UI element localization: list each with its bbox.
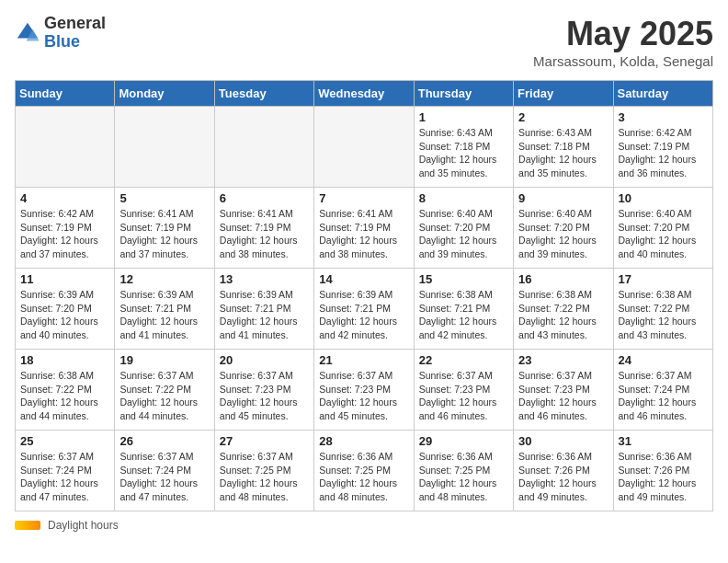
day-number: 12 <box>119 272 209 286</box>
calendar-cell: 1Sunrise: 6:43 AM Sunset: 7:18 PM Daylig… <box>414 107 513 188</box>
calendar-cell: 29Sunrise: 6:36 AM Sunset: 7:25 PM Dayli… <box>414 431 513 511</box>
calendar-week-1: 1Sunrise: 6:43 AM Sunset: 7:18 PM Daylig… <box>16 107 713 188</box>
calendar-week-2: 4Sunrise: 6:42 AM Sunset: 7:19 PM Daylig… <box>16 188 713 269</box>
day-info: Sunrise: 6:40 AM Sunset: 7:20 PM Dayligh… <box>619 207 708 261</box>
day-info: Sunrise: 6:37 AM Sunset: 7:23 PM Dayligh… <box>220 369 309 423</box>
day-info: Sunrise: 6:40 AM Sunset: 7:20 PM Dayligh… <box>518 207 608 261</box>
calendar-week-4: 18Sunrise: 6:38 AM Sunset: 7:22 PM Dayli… <box>16 350 713 431</box>
day-number: 14 <box>319 272 408 286</box>
calendar-cell: 8Sunrise: 6:40 AM Sunset: 7:20 PM Daylig… <box>414 188 513 269</box>
calendar-cell: 11Sunrise: 6:39 AM Sunset: 7:20 PM Dayli… <box>16 269 115 350</box>
calendar-cell: 10Sunrise: 6:40 AM Sunset: 7:20 PM Dayli… <box>613 188 712 269</box>
header-sunday: Sunday <box>16 81 115 107</box>
calendar-cell: 19Sunrise: 6:37 AM Sunset: 7:22 PM Dayli… <box>115 350 214 431</box>
calendar-cell: 6Sunrise: 6:41 AM Sunset: 7:19 PM Daylig… <box>214 188 313 269</box>
day-info: Sunrise: 6:40 AM Sunset: 7:20 PM Dayligh… <box>419 207 508 261</box>
day-number: 20 <box>220 353 309 367</box>
calendar-cell: 14Sunrise: 6:39 AM Sunset: 7:21 PM Dayli… <box>314 269 414 350</box>
day-number: 29 <box>419 434 508 448</box>
day-info: Sunrise: 6:39 AM Sunset: 7:21 PM Dayligh… <box>319 288 408 342</box>
day-number: 15 <box>419 272 508 286</box>
calendar-cell: 26Sunrise: 6:37 AM Sunset: 7:24 PM Dayli… <box>115 431 214 511</box>
day-number: 1 <box>419 110 508 124</box>
day-number: 17 <box>619 272 708 286</box>
calendar-cell: 3Sunrise: 6:42 AM Sunset: 7:19 PM Daylig… <box>613 107 712 188</box>
day-number: 21 <box>319 353 408 367</box>
logo-text: General Blue <box>44 15 106 52</box>
calendar-cell: 30Sunrise: 6:36 AM Sunset: 7:26 PM Dayli… <box>514 431 613 511</box>
calendar-cell: 12Sunrise: 6:39 AM Sunset: 7:21 PM Dayli… <box>115 269 214 350</box>
day-info: Sunrise: 6:37 AM Sunset: 7:23 PM Dayligh… <box>419 369 508 423</box>
day-info: Sunrise: 6:41 AM Sunset: 7:19 PM Dayligh… <box>220 207 309 261</box>
calendar-cell: 16Sunrise: 6:38 AM Sunset: 7:22 PM Dayli… <box>514 269 613 350</box>
day-number: 5 <box>119 191 209 205</box>
calendar-cell: 21Sunrise: 6:37 AM Sunset: 7:23 PM Dayli… <box>314 350 414 431</box>
calendar-cell: 20Sunrise: 6:37 AM Sunset: 7:23 PM Dayli… <box>214 350 313 431</box>
logo-icon <box>15 20 40 46</box>
header-tuesday: Tuesday <box>214 81 313 107</box>
calendar-cell <box>115 107 214 188</box>
day-number: 18 <box>20 353 109 367</box>
month-title: May 2025 <box>533 15 713 53</box>
calendar-cell: 17Sunrise: 6:38 AM Sunset: 7:22 PM Dayli… <box>613 269 712 350</box>
calendar-cell <box>314 107 414 188</box>
calendar-cell: 2Sunrise: 6:43 AM Sunset: 7:18 PM Daylig… <box>514 107 613 188</box>
day-info: Sunrise: 6:36 AM Sunset: 7:26 PM Dayligh… <box>619 450 708 504</box>
day-info: Sunrise: 6:37 AM Sunset: 7:23 PM Dayligh… <box>518 369 608 423</box>
day-number: 4 <box>20 191 109 205</box>
day-info: Sunrise: 6:39 AM Sunset: 7:21 PM Dayligh… <box>119 288 209 342</box>
day-number: 22 <box>419 353 508 367</box>
header: General Blue May 2025 Marsassoum, Kolda,… <box>15 15 713 69</box>
day-number: 3 <box>619 110 708 124</box>
day-number: 10 <box>619 191 708 205</box>
day-number: 24 <box>619 353 708 367</box>
day-number: 27 <box>220 434 309 448</box>
daylight-bar-icon <box>15 521 40 530</box>
calendar-cell: 15Sunrise: 6:38 AM Sunset: 7:21 PM Dayli… <box>414 269 513 350</box>
calendar-cell: 23Sunrise: 6:37 AM Sunset: 7:23 PM Dayli… <box>514 350 613 431</box>
calendar-cell: 27Sunrise: 6:37 AM Sunset: 7:25 PM Dayli… <box>214 431 313 511</box>
day-number: 2 <box>518 110 608 124</box>
day-number: 16 <box>518 272 608 286</box>
day-info: Sunrise: 6:38 AM Sunset: 7:22 PM Dayligh… <box>20 369 109 423</box>
daylight-label: Daylight hours <box>48 519 119 532</box>
calendar-cell: 31Sunrise: 6:36 AM Sunset: 7:26 PM Dayli… <box>613 431 712 511</box>
calendar-cell: 4Sunrise: 6:42 AM Sunset: 7:19 PM Daylig… <box>16 188 115 269</box>
title-area: May 2025 Marsassoum, Kolda, Senegal <box>533 15 713 69</box>
header-wednesday: Wednesday <box>314 81 414 107</box>
logo-general-text: General <box>44 15 106 33</box>
calendar-week-3: 11Sunrise: 6:39 AM Sunset: 7:20 PM Dayli… <box>16 269 713 350</box>
calendar-header-row: SundayMondayTuesdayWednesdayThursdayFrid… <box>16 81 713 107</box>
calendar-cell <box>16 107 115 188</box>
calendar-cell: 13Sunrise: 6:39 AM Sunset: 7:21 PM Dayli… <box>214 269 313 350</box>
day-info: Sunrise: 6:38 AM Sunset: 7:22 PM Dayligh… <box>518 288 608 342</box>
calendar-cell: 7Sunrise: 6:41 AM Sunset: 7:19 PM Daylig… <box>314 188 414 269</box>
day-info: Sunrise: 6:36 AM Sunset: 7:26 PM Dayligh… <box>518 450 608 504</box>
day-info: Sunrise: 6:37 AM Sunset: 7:25 PM Dayligh… <box>220 450 309 504</box>
day-info: Sunrise: 6:38 AM Sunset: 7:22 PM Dayligh… <box>619 288 708 342</box>
day-number: 9 <box>518 191 608 205</box>
calendar-cell: 28Sunrise: 6:36 AM Sunset: 7:25 PM Dayli… <box>314 431 414 511</box>
day-info: Sunrise: 6:42 AM Sunset: 7:19 PM Dayligh… <box>619 126 708 180</box>
day-info: Sunrise: 6:36 AM Sunset: 7:25 PM Dayligh… <box>319 450 408 504</box>
header-saturday: Saturday <box>613 81 712 107</box>
logo-blue-text: Blue <box>44 33 106 52</box>
calendar-table: SundayMondayTuesdayWednesdayThursdayFrid… <box>15 80 713 511</box>
logo: General Blue <box>15 15 106 52</box>
footer-note: Daylight hours <box>15 519 713 532</box>
day-info: Sunrise: 6:38 AM Sunset: 7:21 PM Dayligh… <box>419 288 508 342</box>
day-info: Sunrise: 6:39 AM Sunset: 7:20 PM Dayligh… <box>20 288 109 342</box>
day-info: Sunrise: 6:43 AM Sunset: 7:18 PM Dayligh… <box>419 126 508 180</box>
day-info: Sunrise: 6:37 AM Sunset: 7:22 PM Dayligh… <box>119 369 209 423</box>
day-info: Sunrise: 6:41 AM Sunset: 7:19 PM Dayligh… <box>319 207 408 261</box>
day-number: 8 <box>419 191 508 205</box>
day-number: 26 <box>119 434 209 448</box>
calendar-cell: 5Sunrise: 6:41 AM Sunset: 7:19 PM Daylig… <box>115 188 214 269</box>
day-info: Sunrise: 6:39 AM Sunset: 7:21 PM Dayligh… <box>220 288 309 342</box>
day-number: 13 <box>220 272 309 286</box>
day-number: 25 <box>20 434 109 448</box>
day-info: Sunrise: 6:37 AM Sunset: 7:24 PM Dayligh… <box>619 369 708 423</box>
day-info: Sunrise: 6:37 AM Sunset: 7:24 PM Dayligh… <box>20 450 109 504</box>
day-info: Sunrise: 6:42 AM Sunset: 7:19 PM Dayligh… <box>20 207 109 261</box>
calendar-cell: 9Sunrise: 6:40 AM Sunset: 7:20 PM Daylig… <box>514 188 613 269</box>
